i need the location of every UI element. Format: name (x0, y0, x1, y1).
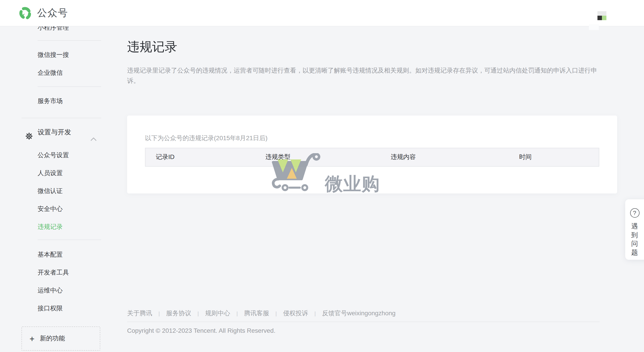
footer-link-about-tencent[interactable]: 关于腾讯 (127, 309, 152, 317)
help-label-char: 到 (631, 230, 638, 239)
sidebar-item-wechat-verify[interactable]: 微信认证 (0, 182, 113, 200)
sidebar-item-developer-tools[interactable]: 开发者工具 (0, 263, 113, 281)
help-label-char: 遇 (631, 222, 638, 230)
sidebar-item-account-settings[interactable]: 公众号设置 (0, 146, 113, 164)
avatar-top (598, 11, 606, 16)
sidebar-item-security-center[interactable]: 安全中心 (0, 200, 113, 218)
sidebar-section-divider (22, 118, 101, 118)
footer-link-rules-center[interactable]: 规则中心 (205, 309, 230, 317)
footer-divider (127, 321, 600, 322)
header-notch (589, 24, 599, 30)
logo-bubble-tail (22, 14, 24, 16)
page: 公众号 小程序管理 微信搜一搜 企业微信 服务市场 (0, 0, 644, 352)
help-label-char: 问 (631, 239, 638, 248)
sidebar-item-violation-records[interactable]: 违规记录 (0, 218, 113, 236)
page-description: 违规记录里记录了公众号的违规情况，运营者可随时进行查看，以更清晰了解账号违规情况… (127, 65, 600, 86)
sidebar-item-basic-config[interactable]: 基本配置 (0, 245, 113, 263)
footer-separator: | (276, 310, 277, 317)
new-feature-label: 新的功能 (40, 334, 65, 342)
sidebar-section-settings-dev[interactable]: 设置与开发 (0, 123, 113, 141)
help-panel-button[interactable]: ? 遇 到 问 题 (625, 199, 644, 260)
avatar-dark-quadrant (598, 16, 602, 20)
footer-links: 关于腾讯 | 服务协议 | 规则中心 | 腾讯客服 | 侵权投诉 | 反馈官号w… (127, 309, 600, 318)
column-time: 时间 (519, 153, 599, 161)
sidebar-divider (38, 40, 101, 41)
avatar[interactable] (598, 11, 606, 20)
footer-link-feedback-account[interactable]: 反馈官号weixingongzhong (322, 309, 396, 317)
sidebar-item-wework[interactable]: 企业微信 (0, 64, 113, 82)
plus-icon: + (30, 334, 34, 343)
footer-separator: | (158, 310, 160, 317)
footer-copyright: Copyright © 2012-2023 Tencent. All Right… (127, 327, 600, 334)
avatar-green-quadrant (602, 16, 606, 20)
page-title: 违规记录 (127, 40, 177, 55)
sidebar-item-search[interactable]: 微信搜一搜 (0, 46, 113, 64)
brand-name: 公众号 (37, 6, 68, 20)
brand-logo[interactable]: 公众号 (18, 6, 68, 20)
sidebar-section-label: 设置与开发 (38, 128, 71, 136)
records-caption: 以下为公众号的违规记录(2015年8月21日后) (145, 133, 268, 142)
footer-link-tencent-support[interactable]: 腾讯客服 (244, 309, 269, 317)
footer-link-service-agreement[interactable]: 服务协议 (166, 309, 191, 317)
footer-link-infringement-complaint[interactable]: 侵权投诉 (283, 309, 308, 317)
records-table-header: 记录ID 违规类型 违规内容 时间 (145, 148, 599, 167)
gear-icon (26, 129, 33, 146)
chevron-up-icon[interactable] (90, 130, 97, 148)
column-violation-content: 违规内容 (391, 153, 519, 161)
violation-records-card: 以下为公众号的违规记录(2015年8月21日后) 记录ID 违规类型 违规内容 … (127, 116, 617, 193)
sidebar-divider (38, 86, 101, 87)
sidebar-item-ops-center[interactable]: 运维中心 (0, 281, 113, 299)
sidebar-item-api-permissions[interactable]: 接口权限 (0, 299, 113, 317)
question-mark-icon: ? (630, 208, 639, 218)
column-violation-type: 违规类型 (266, 153, 391, 161)
footer: 关于腾讯 | 服务协议 | 规则中心 | 腾讯客服 | 侵权投诉 | 反馈官号w… (127, 309, 600, 334)
footer-separator: | (197, 310, 199, 317)
new-feature-button[interactable]: + 新的功能 (22, 326, 100, 351)
top-header: 公众号 (0, 0, 644, 27)
column-record-id: 记录ID (146, 153, 266, 161)
sidebar-divider (38, 240, 101, 240)
sidebar-item-service-market[interactable]: 服务市场 (0, 92, 113, 110)
sidebar: 小程序管理 微信搜一搜 企业微信 服务市场 (0, 0, 113, 352)
sidebar-item-staff-settings[interactable]: 人员设置 (0, 164, 113, 182)
wechat-official-account-logo-icon (18, 6, 32, 20)
footer-separator: | (314, 310, 316, 317)
footer-separator: | (236, 310, 238, 317)
help-label-char: 题 (631, 248, 638, 257)
